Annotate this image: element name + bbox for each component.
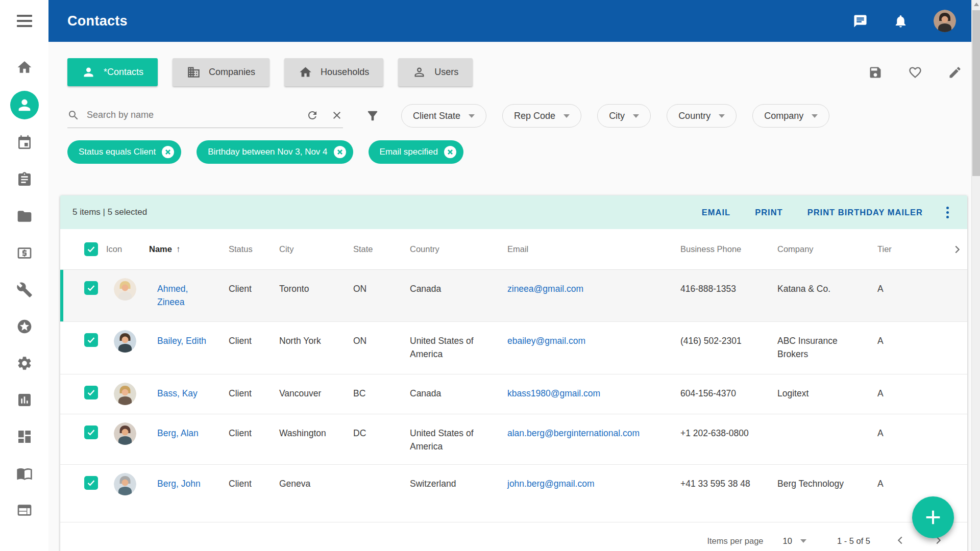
filter-dropdown-city[interactable]: City (597, 104, 651, 128)
items-per-page-select[interactable]: 10 (783, 536, 806, 546)
contact-name-link[interactable]: Ahmed, Zineea (157, 284, 188, 307)
email-button[interactable]: EMAIL (702, 208, 730, 217)
tab-label: *Contacts (104, 67, 143, 78)
chevron-left-icon (895, 535, 906, 546)
add-contact-fab[interactable] (912, 496, 954, 538)
header-cell-select (60, 242, 106, 256)
notifications-bell-icon[interactable] (893, 14, 908, 29)
main-area: Contacts *Contacts (48, 0, 980, 551)
sidebar-item-reports[interactable] (0, 382, 48, 418)
row-checkbox[interactable] (84, 333, 98, 347)
contact-name-link[interactable]: Bass, Kay (157, 388, 198, 398)
header-cell-name[interactable]: Name↑ (149, 244, 229, 255)
remove-chip-icon[interactable] (444, 146, 456, 158)
bar-chart-icon (16, 392, 33, 408)
remove-chip-icon[interactable] (162, 146, 174, 158)
row-checkbox[interactable] (84, 281, 98, 295)
filter-dropdown-company[interactable]: Company (752, 104, 829, 128)
filter-dropdown-client-state[interactable]: Client State (401, 104, 486, 128)
contact-avatar (114, 473, 136, 495)
pagination-range: 1 - 5 of 5 (837, 536, 870, 546)
tab-companies[interactable]: Companies (173, 58, 270, 86)
scroll-up-arrow-icon[interactable] (974, 3, 979, 6)
contact-name-link[interactable]: Berg, John (157, 479, 201, 489)
tab-users[interactable]: Users (398, 58, 473, 86)
print-birthday-mailer-button[interactable]: PRINT BIRTHDAY MAILER (807, 208, 923, 217)
row-checkbox[interactable] (84, 476, 98, 490)
star-circle-icon (16, 318, 33, 335)
active-filter-chips: Status equals Client Birthday between No… (67, 140, 967, 164)
refresh-icon[interactable] (306, 109, 318, 121)
row-checkbox[interactable] (84, 386, 98, 399)
filter-dropdown-rep-code[interactable]: Rep Code (502, 104, 581, 128)
money-card-icon (16, 245, 33, 261)
edit-pencil-icon[interactable] (948, 65, 962, 80)
page-scrollbar[interactable] (971, 0, 980, 551)
folder-icon (16, 208, 33, 224)
cell-tier: A (877, 465, 947, 490)
sidebar-item-panels[interactable] (0, 492, 48, 529)
save-icon[interactable] (868, 65, 883, 80)
left-sidebar (0, 0, 48, 551)
search-box (67, 104, 343, 128)
more-actions-kebab-icon[interactable] (943, 205, 952, 220)
menu-hamburger-icon[interactable] (17, 0, 32, 42)
search-input[interactable] (87, 110, 306, 120)
sidebar-item-dashboard[interactable] (0, 418, 48, 455)
chat-icon[interactable] (853, 14, 868, 29)
filter-dropdown-country[interactable]: Country (667, 104, 737, 128)
scroll-columns-right[interactable] (947, 244, 967, 255)
previous-page-button[interactable] (893, 533, 908, 549)
header-actions (853, 10, 956, 32)
cell-city: Toronto (279, 270, 353, 295)
sidebar-item-home[interactable] (0, 49, 48, 86)
sidebar-item-calendar[interactable] (0, 124, 48, 161)
contact-name-link[interactable]: Berg, Alan (157, 428, 199, 438)
cell-status: Client (229, 270, 279, 295)
sidebar-item-tasks[interactable] (0, 161, 48, 198)
filter-funnel-icon[interactable] (365, 109, 380, 123)
dropdown-label: City (609, 111, 625, 121)
chevron-down-icon (633, 114, 639, 118)
calendar-icon (16, 135, 33, 151)
contact-email-link[interactable]: alan.berg@berginternational.com (507, 428, 640, 438)
contact-email-link[interactable]: kbass1980@gmail.com (507, 388, 600, 398)
cell-phone: 416-888-1353 (680, 270, 777, 295)
filter-chip-birthday: Birthday between Nov 3, Nov 4 (197, 140, 353, 164)
contact-name-link[interactable]: Bailey, Edith (157, 336, 206, 346)
print-button[interactable]: PRINT (755, 208, 783, 217)
filter-chip-email: Email specified (369, 140, 463, 164)
cell-state (353, 465, 410, 477)
sidebar-item-library[interactable] (0, 455, 48, 492)
sidebar-item-settings[interactable] (0, 345, 48, 382)
user-avatar[interactable] (934, 10, 956, 32)
cell-status: Client (229, 465, 279, 490)
sidebar-item-contacts[interactable] (0, 86, 48, 124)
contact-email-link[interactable]: ebailey@gmail.com (507, 336, 585, 346)
filter-dropdowns: Client State Rep Code City Country Compa… (401, 104, 829, 128)
favorite-heart-icon[interactable] (908, 65, 922, 80)
clear-search-icon[interactable] (331, 109, 343, 121)
cell-country: United States of America (410, 322, 507, 361)
remove-chip-icon[interactable] (334, 146, 346, 158)
header-cell-status: Status (229, 244, 279, 254)
chevron-right-icon (951, 244, 963, 255)
header-cell-country: Country (410, 244, 507, 254)
tab-contacts[interactable]: *Contacts (67, 58, 158, 86)
contact-email-link[interactable]: zineea@gmail.com (507, 284, 583, 294)
select-all-checkbox[interactable] (84, 242, 98, 256)
house-icon (299, 65, 312, 79)
sidebar-item-documents[interactable] (0, 198, 48, 235)
bulk-actions: EMAIL PRINT PRINT BIRTHDAY MAILER (702, 208, 923, 217)
add-plus-icon (923, 507, 943, 528)
contact-avatar (114, 330, 136, 353)
tab-households[interactable]: Households (284, 58, 383, 86)
sidebar-item-tools[interactable] (0, 271, 48, 308)
sidebar-item-billing[interactable] (0, 235, 48, 271)
contact-email-link[interactable]: john.berg@gmail.com (507, 479, 594, 489)
entity-tabs-row: *Contacts Companies Households Users (67, 58, 962, 86)
sidebar-item-favorites[interactable] (0, 308, 48, 345)
row-checkbox[interactable] (84, 425, 98, 439)
scrollbar-thumb[interactable] (972, 10, 980, 176)
cell-phone: 604-156-4370 (680, 374, 777, 400)
